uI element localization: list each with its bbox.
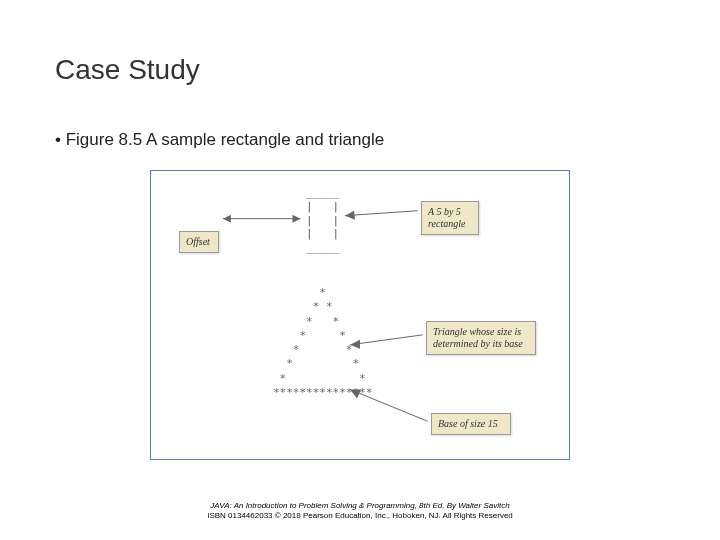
svg-marker-4 bbox=[345, 211, 355, 220]
slide-title: Case Study bbox=[55, 54, 200, 86]
ascii-triangle: * * * * * * * * * * * * * **************… bbox=[273, 286, 372, 400]
ascii-rectangle: _____ | | | | | | _____ bbox=[306, 186, 339, 255]
footer-line-2: ISBN 0134462033 © 2018 Pearson Education… bbox=[0, 511, 720, 520]
figure-container: _____ | | | | | | _____ * * * * * * * * … bbox=[150, 170, 570, 460]
label-base: Base of size 15 bbox=[431, 413, 511, 435]
label-triangle: Triangle whose size is determined by its… bbox=[426, 321, 536, 355]
bullet-text: Figure 8.5 A sample rectangle and triang… bbox=[55, 130, 384, 150]
footer-line-1: JAVA: An Introduction to Problem Solving… bbox=[0, 501, 720, 510]
label-offset: Offset bbox=[179, 231, 219, 253]
svg-line-3 bbox=[345, 211, 417, 216]
svg-marker-2 bbox=[292, 215, 300, 223]
svg-marker-1 bbox=[223, 215, 231, 223]
label-rectangle: A 5 by 5 rectangle bbox=[421, 201, 479, 235]
